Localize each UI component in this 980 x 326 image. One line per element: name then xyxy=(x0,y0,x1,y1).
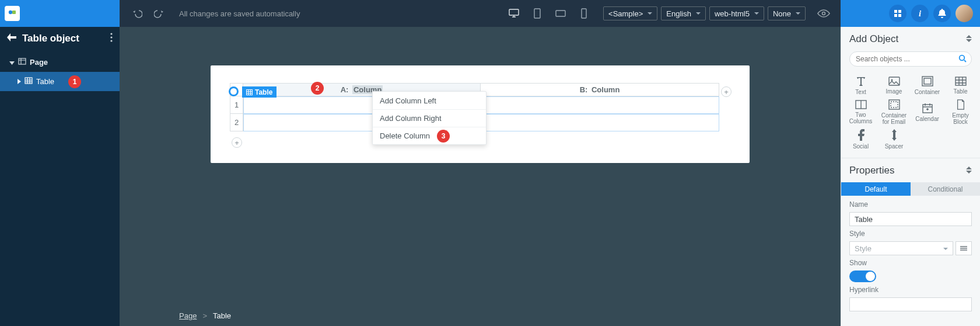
device-tablet-landscape-icon[interactable] xyxy=(551,4,570,23)
main-row: Table object Page xyxy=(0,27,980,326)
sidebar-more-icon[interactable] xyxy=(110,33,113,45)
object-search-input[interactable] xyxy=(849,51,972,67)
topbar-toolbar: All changes are saved automatically <Sam… xyxy=(120,0,841,27)
object-palette: Text Image Container Table Two Columns xyxy=(841,70,980,158)
prop-style-edit-button[interactable] xyxy=(956,241,972,255)
ctx-delete-label: Delete Column xyxy=(380,131,430,140)
table-type-icon xyxy=(24,77,33,86)
tree-item-page[interactable]: Page xyxy=(0,53,120,72)
back-arrow-icon[interactable] xyxy=(7,33,16,44)
redo-button[interactable] xyxy=(150,4,170,23)
object-image-label: Image xyxy=(886,88,902,95)
prop-style-placeholder: Style xyxy=(855,244,872,253)
object-empty-block[interactable]: Empty Block xyxy=(944,99,977,125)
caret-down-icon xyxy=(943,248,948,250)
selection-handle[interactable] xyxy=(229,86,239,96)
selected-object-tag-label: Table xyxy=(255,88,272,96)
prop-style-label: Style xyxy=(849,230,972,238)
object-social[interactable]: Social xyxy=(845,126,877,152)
svg-rect-21 xyxy=(924,78,931,84)
page-canvas[interactable]: Table 2 A: Column B: Col xyxy=(211,65,750,163)
object-image[interactable]: Image xyxy=(878,72,910,98)
object-search-row xyxy=(841,51,980,70)
object-two-columns-label: Two Columns xyxy=(845,112,877,124)
prop-show-label: Show xyxy=(849,259,972,267)
object-container[interactable]: Container xyxy=(911,72,943,98)
app-logo[interactable] xyxy=(5,6,20,21)
svg-rect-25 xyxy=(891,102,898,107)
breadcrumb: Page > Table xyxy=(179,311,231,320)
language-dropdown[interactable]: English xyxy=(661,6,706,20)
row-header-2[interactable]: 2 xyxy=(230,114,243,131)
column-b-prefix: B: xyxy=(580,85,588,94)
svg-point-17 xyxy=(960,56,965,61)
tree-item-table[interactable]: Table 1 xyxy=(0,72,120,91)
notifications-button[interactable] xyxy=(933,5,951,22)
object-container-email[interactable]: Container for Email xyxy=(878,99,910,125)
object-spacer-label: Spacer xyxy=(885,143,904,150)
tab-default[interactable]: Default xyxy=(841,182,911,196)
collapse-add-object-icon[interactable] xyxy=(966,35,972,43)
ctx-add-column-right[interactable]: Add Column Right xyxy=(373,109,486,127)
extra-dropdown[interactable]: None xyxy=(768,6,806,20)
device-phone-icon[interactable] xyxy=(574,4,594,23)
svg-rect-7 xyxy=(894,10,897,13)
properties-header: Properties xyxy=(841,158,980,182)
properties-title: Properties xyxy=(849,165,894,176)
search-icon[interactable] xyxy=(958,54,967,64)
ctx-delete-column[interactable]: Delete Column 3 xyxy=(373,127,486,144)
prop-show-toggle[interactable] xyxy=(849,270,876,282)
object-social-label: Social xyxy=(853,143,869,150)
prop-hyperlink-input[interactable] xyxy=(849,297,972,311)
object-table-label: Table xyxy=(954,88,968,95)
breadcrumb-separator: > xyxy=(202,311,207,320)
svg-rect-2 xyxy=(509,9,519,15)
object-two-columns[interactable]: Two Columns xyxy=(845,99,877,125)
properties-body: Name Style Style Show Hyperlink xyxy=(841,196,980,316)
cell-b2[interactable] xyxy=(481,114,719,131)
annotation-badge-1: 1 xyxy=(68,75,81,88)
breadcrumb-page[interactable]: Page xyxy=(179,311,197,320)
undo-button[interactable] xyxy=(127,4,146,23)
add-object-header: Add Object xyxy=(841,27,980,51)
sidebar: Table object Page xyxy=(0,27,120,326)
collapse-properties-icon[interactable] xyxy=(966,167,972,175)
annotation-badge-2: 2 xyxy=(311,82,324,95)
preview-button[interactable] xyxy=(814,4,834,23)
page-tree: Page Table 1 xyxy=(0,50,120,91)
svg-rect-14 xyxy=(19,58,26,64)
user-avatar[interactable] xyxy=(956,5,973,22)
object-table[interactable]: Table xyxy=(944,72,977,98)
add-object-title: Add Object xyxy=(849,33,898,45)
svg-rect-10 xyxy=(898,14,901,17)
add-column-button[interactable]: + xyxy=(721,86,732,97)
object-spacer[interactable]: Spacer xyxy=(878,126,910,152)
column-header-b[interactable]: B: Column xyxy=(481,84,719,96)
prop-hyperlink-label: Hyperlink xyxy=(849,286,972,294)
column-context-menu: Add Column Left Add Column Right Delete … xyxy=(372,91,487,145)
add-row-button[interactable]: + xyxy=(232,137,242,148)
info-button[interactable]: i xyxy=(911,5,929,22)
svg-point-0 xyxy=(9,11,12,14)
svg-point-11 xyxy=(110,33,112,34)
ctx-add-column-left[interactable]: Add Column Left xyxy=(373,92,486,109)
cell-b1[interactable] xyxy=(481,96,719,114)
sample-dropdown[interactable]: <Sample> xyxy=(603,6,657,20)
prop-style-select[interactable]: Style xyxy=(849,241,953,255)
prop-name-input[interactable] xyxy=(849,212,972,226)
object-calendar-label: Calendar xyxy=(915,116,939,122)
sidebar-title-row: Table object xyxy=(0,27,120,50)
apps-button[interactable] xyxy=(889,5,907,22)
annotation-badge-3: 3 xyxy=(437,130,450,143)
device-desktop-icon[interactable] xyxy=(504,4,524,23)
chevron-down-icon xyxy=(9,58,15,67)
row-header-1[interactable]: 1 xyxy=(230,96,243,114)
output-dropdown[interactable]: web-html5 xyxy=(709,6,764,20)
object-empty-block-label: Empty Block xyxy=(944,112,977,125)
object-text[interactable]: Text xyxy=(845,72,877,98)
object-calendar[interactable]: Calendar xyxy=(911,99,943,125)
device-tablet-portrait-icon[interactable] xyxy=(527,4,547,23)
tab-conditional[interactable]: Conditional xyxy=(911,182,980,196)
tree-table-label: Table xyxy=(36,77,54,86)
selected-object-tag[interactable]: Table xyxy=(242,86,276,98)
